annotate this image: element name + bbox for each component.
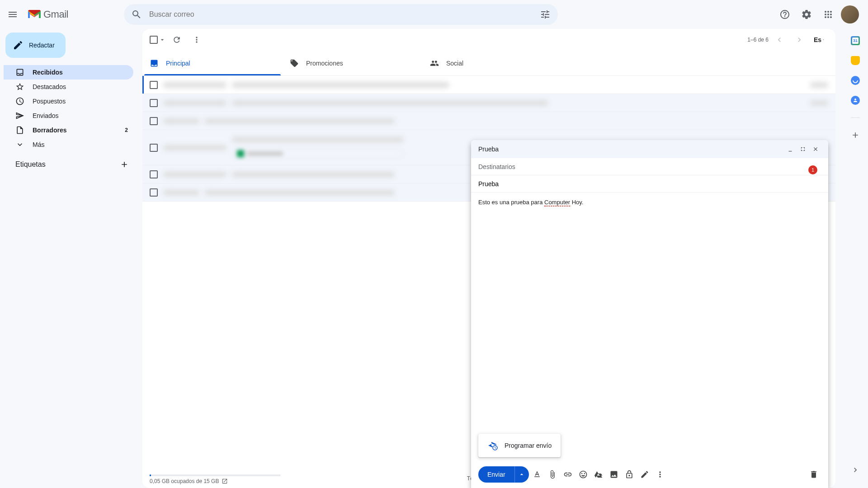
tasks-addon[interactable] <box>851 76 860 85</box>
labels-title: Etiquetas <box>15 160 46 169</box>
schedule-send-popup[interactable]: Programar envío <box>478 434 561 457</box>
sidebar-item-label: Borradores <box>33 127 66 134</box>
insert-photo-button[interactable] <box>607 467 621 482</box>
search-options-button[interactable] <box>536 5 554 23</box>
inbox-icon <box>15 68 24 77</box>
select-all[interactable] <box>150 36 166 44</box>
fullscreen-button[interactable] <box>797 144 808 155</box>
body-text-pre: Esto es una prueba para <box>478 199 544 206</box>
sidebar-item-label: Destacados <box>33 83 66 90</box>
send-options-button[interactable] <box>514 466 529 483</box>
compose-body[interactable]: Esto es una prueba para Computer Hoy. 1 <box>471 192 828 461</box>
subject-input[interactable] <box>478 180 821 188</box>
calendar-addon[interactable]: 31 <box>851 36 860 45</box>
text-format-icon <box>533 470 542 479</box>
storage-text: 0,05 GB ocupados de 15 GB <box>150 478 219 484</box>
sidebar-item-drafts[interactable]: Borradores 2 <box>4 123 133 137</box>
hide-side-panel-button[interactable] <box>846 461 864 479</box>
attachment-chip[interactable] <box>232 149 404 159</box>
contacts-addon[interactable] <box>851 96 860 105</box>
tab-primary[interactable]: Principal <box>142 51 283 75</box>
tab-social[interactable]: Social <box>423 51 563 75</box>
mail-toolbar: 1–6 de 6 Es <box>142 29 835 51</box>
refresh-button[interactable] <box>168 31 186 49</box>
send-button-group: Enviar <box>478 466 529 483</box>
schedule-send-label: Programar envío <box>505 442 552 449</box>
star-icon <box>15 82 24 91</box>
compose-window: Prueba Destinatarios Esto es una prueba … <box>471 140 828 488</box>
main-menu-button[interactable] <box>4 5 22 23</box>
row-checkbox[interactable] <box>150 117 158 125</box>
subject-field[interactable] <box>471 175 828 192</box>
gmail-logo[interactable]: Gmail <box>25 9 116 20</box>
tab-promotions[interactable]: Promociones <box>283 51 423 75</box>
search-button[interactable] <box>127 5 146 23</box>
recipients-field[interactable]: Destinatarios <box>471 158 828 175</box>
mail-row[interactable] <box>142 94 835 112</box>
more-button[interactable] <box>188 31 206 49</box>
gmail-logo-icon <box>27 9 42 20</box>
emoji-button[interactable] <box>576 467 590 482</box>
app-header: Gmail <box>0 0 868 29</box>
logo-text: Gmail <box>43 9 68 20</box>
row-checkbox[interactable] <box>150 81 158 89</box>
tab-label: Social <box>446 60 463 67</box>
formatting-button[interactable] <box>530 467 544 482</box>
mail-row[interactable] <box>142 112 835 130</box>
signature-button[interactable] <box>637 467 652 482</box>
sidebar-item-more[interactable]: Más <box>4 137 133 152</box>
get-addons-button[interactable] <box>851 131 860 140</box>
settings-button[interactable] <box>797 5 816 23</box>
apps-button[interactable] <box>819 5 837 23</box>
storage-info[interactable]: 0,05 GB ocupados de 15 GB <box>150 473 281 484</box>
apps-grid-icon <box>823 9 834 20</box>
row-checkbox[interactable] <box>150 188 158 197</box>
drive-button[interactable] <box>591 467 606 482</box>
mail-subject <box>205 118 395 124</box>
mail-row[interactable] <box>142 76 835 94</box>
link-button[interactable] <box>561 467 575 482</box>
spell-error-word[interactable]: Computer <box>544 199 570 206</box>
row-checkbox[interactable] <box>150 99 158 107</box>
row-checkbox[interactable] <box>150 144 158 152</box>
keep-addon[interactable] <box>851 56 860 65</box>
search-bar[interactable] <box>124 4 558 25</box>
mail-sender <box>163 145 226 150</box>
sidebar-item-sent[interactable]: Enviados <box>4 108 133 123</box>
compose-toolbar: Enviar <box>471 461 828 488</box>
caret-up-icon <box>518 471 525 478</box>
ink-pen-icon <box>640 470 649 479</box>
sidebar-item-label: Enviados <box>33 112 59 119</box>
inbox-tab-icon <box>150 59 159 68</box>
select-all-checkbox[interactable] <box>150 36 158 44</box>
sidebar-item-label: Recibidos <box>33 69 63 76</box>
category-tabs: Principal Promociones Social <box>142 51 835 76</box>
search-input[interactable] <box>146 10 536 19</box>
discard-draft-button[interactable] <box>807 467 821 482</box>
add-label-button[interactable] <box>118 158 131 171</box>
more-vert-icon <box>656 470 665 479</box>
sidebar-item-snoozed[interactable]: Pospuestos <box>4 94 133 108</box>
sidebar-item-starred[interactable]: Destacados <box>4 80 133 94</box>
pagination-text: 1–6 de 6 <box>747 37 769 43</box>
more-options-button[interactable] <box>653 467 667 482</box>
confidential-button[interactable] <box>622 467 637 482</box>
hamburger-icon <box>7 9 18 20</box>
next-page-button[interactable] <box>790 31 808 49</box>
sidebar-item-inbox[interactable]: Recibidos <box>4 65 133 80</box>
minimize-icon <box>787 146 793 152</box>
send-button[interactable]: Enviar <box>478 466 514 483</box>
attach-button[interactable] <box>545 467 560 482</box>
body-text-post: Hoy. <box>570 199 583 206</box>
support-button[interactable] <box>776 5 794 23</box>
input-tools-button[interactable]: Es <box>810 31 828 49</box>
minimize-button[interactable] <box>785 144 796 155</box>
row-checkbox[interactable] <box>150 170 158 178</box>
mail-sender <box>163 172 226 177</box>
close-button[interactable] <box>810 144 821 155</box>
account-avatar[interactable] <box>841 5 859 23</box>
prev-page-button[interactable] <box>770 31 788 49</box>
compose-titlebar[interactable]: Prueba <box>471 140 828 158</box>
mail-subject <box>205 190 395 195</box>
compose-button[interactable]: Redactar <box>5 33 66 58</box>
